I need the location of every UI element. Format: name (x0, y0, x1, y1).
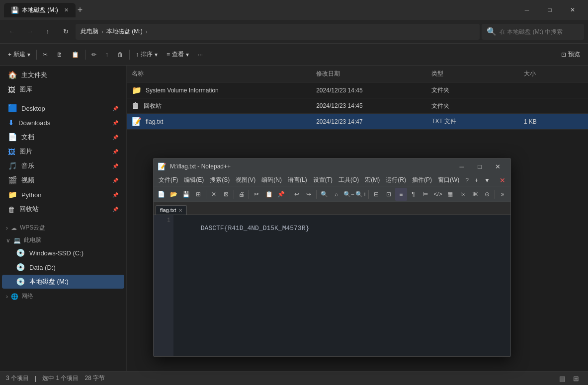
npp-rec-btn[interactable]: ⊙ (481, 188, 493, 201)
npp-close-button[interactable]: ✕ (489, 158, 506, 174)
npp-code-area[interactable]: DASCTF{R41D_4ND_D15K_M4573R} (173, 215, 510, 356)
more-button[interactable]: ··· (194, 47, 207, 63)
sidebar-item-home[interactable]: 🏠 主文件夹 (2, 68, 124, 82)
sidebar-group-wps[interactable]: › ☁ WPS云盘 (0, 221, 126, 233)
rename-button[interactable]: ✏ (87, 47, 100, 63)
npp-xml-btn[interactable]: </> (432, 188, 444, 201)
npp-zoom-out-btn[interactable]: 🔍− (343, 188, 355, 201)
preview-button[interactable]: ⊡ 预览 (557, 47, 584, 63)
col-size[interactable]: 大小 (519, 66, 588, 82)
npp-find-next-btn[interactable]: ⌕ (331, 188, 342, 201)
new-button[interactable]: + 新建 ▾ (4, 47, 34, 63)
table-row[interactable]: 📝 flag.txt 2024/12/23 14:47 TXT 文件 1 KB (127, 114, 588, 130)
npp-more-btn[interactable]: » (497, 188, 508, 201)
sidebar-item-recycle[interactable]: 🗑 回收站 📌 (2, 202, 124, 216)
npp-fx-btn[interactable]: fx (457, 188, 469, 201)
maximize-button[interactable]: □ (538, 0, 561, 20)
sidebar-item-documents[interactable]: 📄 文档 📌 (2, 130, 124, 144)
menu-language[interactable]: 语言(L) (285, 175, 310, 185)
menu-encoding[interactable]: 编码(N) (258, 175, 285, 185)
view-button[interactable]: ≡ 查看 ▾ (163, 47, 193, 63)
npp-indent2-btn[interactable]: ⊨ (420, 188, 431, 201)
share-button[interactable]: ↑ (101, 47, 112, 63)
npp-zoom-in-btn[interactable]: 🔍+ (355, 188, 367, 201)
col-date[interactable]: 修改日期 (311, 66, 426, 82)
sidebar-item-desktop[interactable]: 🟦 Desktop 📌 (2, 101, 124, 115)
sort-button[interactable]: ↑ 排序 ▾ (132, 47, 162, 63)
npp-find-btn[interactable]: 🔍 (318, 188, 330, 201)
explorer-tab-active[interactable]: 💾 本地磁盘 (M:) ✕ (4, 3, 76, 17)
sidebar-item-windows-ssd[interactable]: 💿 Windows-SSD (C:) (2, 246, 124, 260)
npp-open-btn[interactable]: 📂 (168, 188, 180, 201)
menu-search[interactable]: 搜索(S) (207, 175, 233, 185)
menu-window[interactable]: 窗口(W) (435, 175, 462, 185)
forward-button[interactable]: → (22, 24, 38, 40)
menu-help[interactable]: ? (462, 176, 472, 185)
npp-undo-btn[interactable]: ↩ (291, 188, 303, 201)
back-button[interactable]: ← (4, 24, 20, 40)
address-path[interactable]: 此电脑 › 本地磁盘 (M:) › (76, 24, 480, 40)
sidebar-item-local-m[interactable]: 💿 本地磁盘 (M:) (2, 275, 124, 289)
new-tab-button[interactable]: + (78, 5, 83, 15)
npp-print-btn[interactable]: 🖨 (236, 188, 248, 201)
sidebar-item-python[interactable]: 📁 Python 📌 (2, 188, 124, 202)
npp-tab-flag[interactable]: flag.txt ✕ (156, 205, 187, 215)
file-date: 2024/12/23 14:47 (311, 114, 426, 130)
close-button[interactable]: ✕ (561, 0, 584, 20)
menu-macro[interactable]: 宏(M) (362, 175, 383, 185)
sidebar-item-data-d[interactable]: 💿 Data (D:) (2, 260, 124, 274)
table-row[interactable]: 🗑 回收站 2024/12/23 14:45 文件夹 (127, 98, 588, 114)
npp-tab-close-button[interactable]: ✕ (178, 208, 182, 213)
npp-indent-btn[interactable]: ≡ (395, 188, 407, 201)
npp-menu-close-x[interactable]: ✕ (497, 176, 508, 184)
npp-wrap-btn[interactable]: ⊡ (383, 188, 395, 201)
refresh-button[interactable]: ↻ (58, 24, 74, 40)
npp-new-btn[interactable]: 📄 (156, 188, 168, 201)
sidebar-item-music[interactable]: 🎵 音乐 📌 (2, 159, 124, 173)
npp-maximize-button[interactable]: □ (471, 158, 489, 174)
menu-tools[interactable]: 工具(O) (336, 175, 362, 185)
npp-save-all-btn[interactable]: ⊞ (192, 188, 204, 201)
grid-view-button[interactable]: ⊞ (570, 373, 582, 385)
menu-run[interactable]: 运行(R) (383, 175, 409, 185)
delete-button[interactable]: 🗑 (113, 47, 127, 63)
sidebar-item-gallery[interactable]: 🖼 图库 (2, 82, 124, 96)
cut-button[interactable]: ✂ (39, 47, 52, 63)
npp-macro-btn[interactable]: ▦ (444, 188, 456, 201)
menu-edit[interactable]: 编辑(E) (181, 175, 207, 185)
minimize-button[interactable]: ─ (515, 0, 538, 20)
menu-file[interactable]: 文件(F) (156, 175, 181, 185)
sidebar-group-thispc[interactable]: ∨ 💻 此电脑 (0, 233, 126, 245)
npp-minimize-button[interactable]: ─ (453, 158, 471, 174)
menu-settings[interactable]: 设置(T) (310, 175, 336, 185)
search-input[interactable] (500, 28, 579, 35)
npp-formula-btn[interactable]: ⌘ (469, 188, 481, 201)
path-segment-thispc[interactable]: 此电脑 (81, 27, 98, 36)
menu-dropdown[interactable]: ▼ (481, 176, 493, 185)
menu-plus[interactable]: + (472, 176, 481, 185)
col-type[interactable]: 类型 (426, 66, 519, 82)
sidebar-item-pictures[interactable]: 🖼 图片 📌 (2, 145, 124, 158)
table-row[interactable]: 📁 System Volume Information 2024/12/23 1… (127, 82, 588, 98)
npp-close-all-btn[interactable]: ⊠ (220, 188, 232, 201)
col-name[interactable]: 名称 (127, 66, 311, 82)
path-segment-drive[interactable]: 本地磁盘 (M:) (106, 27, 143, 36)
paste-button[interactable]: 📋 (68, 47, 83, 63)
sidebar-item-downloads[interactable]: ⬇ Downloads 📌 (2, 116, 124, 130)
npp-close-btn[interactable]: ✕ (208, 188, 220, 201)
sidebar-item-videos[interactable]: 🎬 视频 📌 (2, 173, 124, 187)
sidebar-group-network[interactable]: › 🌐 网络 (0, 289, 126, 302)
copy-button[interactable]: 🗎 (53, 47, 67, 63)
npp-paste-btn[interactable]: 📌 (275, 188, 287, 201)
tab-close-button[interactable]: ✕ (64, 7, 69, 13)
menu-view[interactable]: 视图(V) (233, 175, 258, 185)
npp-copy-btn[interactable]: 📋 (263, 188, 275, 201)
npp-cut-btn[interactable]: ✂ (251, 188, 262, 201)
menu-plugins[interactable]: 插件(P) (409, 175, 435, 185)
npp-pilcrow-btn[interactable]: ¶ (408, 188, 420, 201)
list-view-button[interactable]: ▤ (556, 373, 568, 385)
npp-redo-btn[interactable]: ↪ (303, 188, 315, 201)
npp-sync-btn[interactable]: ⊟ (370, 188, 382, 201)
npp-save-btn[interactable]: 💾 (180, 188, 192, 201)
up-button[interactable]: ↑ (40, 24, 56, 40)
